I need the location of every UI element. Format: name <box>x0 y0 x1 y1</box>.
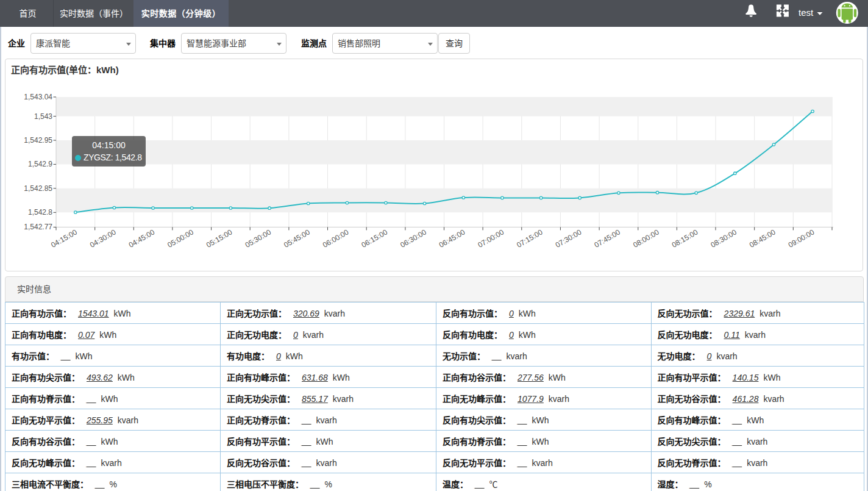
svg-text:07:15:00: 07:15:00 <box>515 228 544 249</box>
svg-text:1,542.95: 1,542.95 <box>24 136 52 145</box>
svg-text:1,542.8: 1,542.8 <box>28 208 52 217</box>
svg-text:test: test <box>799 7 814 18</box>
svg-text:04:15:00: 04:15:00 <box>49 228 79 249</box>
svg-text:04:45:00: 04:45:00 <box>127 228 157 249</box>
svg-text:05:15:00: 05:15:00 <box>205 228 234 249</box>
svg-text:06:15:00: 06:15:00 <box>360 228 390 249</box>
svg-text:1,542.77: 1,542.77 <box>24 223 52 231</box>
svg-text:05:45:00: 05:45:00 <box>282 228 311 249</box>
svg-text:1,543.04: 1,543.04 <box>24 93 52 101</box>
svg-text:06:45:00: 06:45:00 <box>438 228 467 249</box>
svg-text:08:00:00: 08:00:00 <box>631 228 661 249</box>
svg-text:09:00:00: 09:00:00 <box>787 228 816 249</box>
svg-text:06:30:00: 06:30:00 <box>399 228 428 249</box>
svg-text:1,542.85: 1,542.85 <box>24 184 52 193</box>
svg-text:1,543: 1,543 <box>34 112 52 121</box>
svg-text:07:45:00: 07:45:00 <box>592 228 622 249</box>
svg-text:05:30:00: 05:30:00 <box>244 228 273 249</box>
svg-text:08:45:00: 08:45:00 <box>748 228 777 249</box>
svg-text:08:30:00: 08:30:00 <box>709 228 738 249</box>
svg-text:06:00:00: 06:00:00 <box>321 228 350 249</box>
svg-text:04:30:00: 04:30:00 <box>88 228 118 249</box>
svg-text:1,542.9: 1,542.9 <box>28 160 52 168</box>
svg-text:05:00:00: 05:00:00 <box>166 228 195 249</box>
svg-text:07:00:00: 07:00:00 <box>477 228 506 249</box>
svg-text:08:15:00: 08:15:00 <box>671 228 700 249</box>
svg-text:07:30:00: 07:30:00 <box>554 228 583 249</box>
